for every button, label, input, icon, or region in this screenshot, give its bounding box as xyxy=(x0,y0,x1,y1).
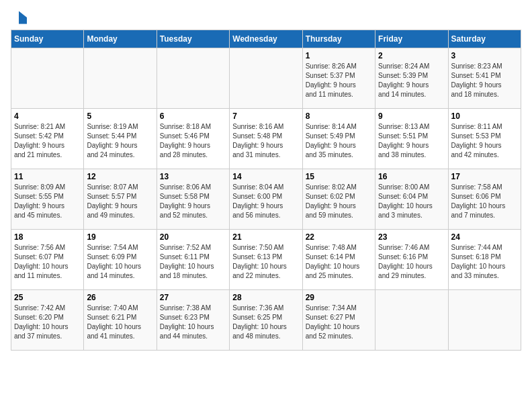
calendar-day-cell: 26Sunrise: 7:40 AM Sunset: 6:21 PM Dayli… xyxy=(84,290,157,351)
day-number: 8 xyxy=(306,111,372,121)
calendar-day-cell: 5Sunrise: 8:19 AM Sunset: 5:44 PM Daylig… xyxy=(84,109,157,169)
day-number: 22 xyxy=(306,232,372,242)
svg-marker-0 xyxy=(19,11,27,17)
day-number: 29 xyxy=(306,293,372,302)
day-detail: Sunrise: 7:48 AM Sunset: 6:14 PM Dayligh… xyxy=(306,243,372,281)
day-number: 21 xyxy=(232,232,299,242)
calendar-day-cell: 20Sunrise: 7:52 AM Sunset: 6:11 PM Dayli… xyxy=(157,230,229,290)
day-detail: Sunrise: 7:54 AM Sunset: 6:09 PM Dayligh… xyxy=(87,243,153,281)
day-number: 4 xyxy=(14,111,81,121)
day-number: 3 xyxy=(451,51,518,60)
calendar-week-row: 18Sunrise: 7:56 AM Sunset: 6:07 PM Dayli… xyxy=(11,230,521,290)
day-number: 5 xyxy=(87,111,153,121)
calendar-day-cell: 19Sunrise: 7:54 AM Sunset: 6:09 PM Dayli… xyxy=(84,230,157,290)
calendar-day-cell: 13Sunrise: 8:06 AM Sunset: 5:58 PM Dayli… xyxy=(157,169,229,230)
day-of-week-header: Saturday xyxy=(448,30,521,48)
day-number: 26 xyxy=(87,293,153,302)
day-detail: Sunrise: 8:24 AM Sunset: 5:39 PM Dayligh… xyxy=(378,62,445,99)
day-detail: Sunrise: 8:16 AM Sunset: 5:48 PM Dayligh… xyxy=(232,122,299,160)
day-detail: Sunrise: 8:13 AM Sunset: 5:51 PM Dayligh… xyxy=(378,122,445,160)
calendar-day-cell: 16Sunrise: 8:00 AM Sunset: 6:04 PM Dayli… xyxy=(375,169,448,230)
day-detail: Sunrise: 7:50 AM Sunset: 6:13 PM Dayligh… xyxy=(232,243,299,281)
calendar-day-cell: 6Sunrise: 8:18 AM Sunset: 5:46 PM Daylig… xyxy=(157,109,229,169)
day-detail: Sunrise: 7:44 AM Sunset: 6:18 PM Dayligh… xyxy=(451,243,518,281)
calendar-day-cell: 10Sunrise: 8:11 AM Sunset: 5:53 PM Dayli… xyxy=(448,109,521,169)
day-detail: Sunrise: 7:36 AM Sunset: 6:25 PM Dayligh… xyxy=(232,304,299,341)
day-of-week-header: Thursday xyxy=(302,30,375,48)
day-detail: Sunrise: 8:19 AM Sunset: 5:44 PM Dayligh… xyxy=(87,122,153,160)
day-detail: Sunrise: 8:18 AM Sunset: 5:46 PM Dayligh… xyxy=(160,122,226,160)
calendar-header-row: SundayMondayTuesdayWednesdayThursdayFrid… xyxy=(11,30,521,48)
day-number: 12 xyxy=(87,172,153,181)
calendar-day-cell: 18Sunrise: 7:56 AM Sunset: 6:07 PM Dayli… xyxy=(11,230,84,290)
calendar-day-cell: 22Sunrise: 7:48 AM Sunset: 6:14 PM Dayli… xyxy=(302,230,375,290)
day-number: 20 xyxy=(160,232,226,242)
day-of-week-header: Tuesday xyxy=(157,30,229,48)
day-of-week-header: Sunday xyxy=(11,30,84,48)
day-number: 28 xyxy=(232,293,299,302)
day-number: 17 xyxy=(451,172,518,181)
day-number: 11 xyxy=(14,172,81,181)
day-number: 10 xyxy=(451,111,518,121)
calendar-day-cell: 27Sunrise: 7:38 AM Sunset: 6:23 PM Dayli… xyxy=(157,290,229,351)
day-of-week-header: Monday xyxy=(84,30,157,48)
day-detail: Sunrise: 8:09 AM Sunset: 5:55 PM Dayligh… xyxy=(14,183,81,220)
day-number: 18 xyxy=(14,232,81,242)
calendar-day-cell: 28Sunrise: 7:36 AM Sunset: 6:25 PM Dayli… xyxy=(230,290,302,351)
calendar-day-cell: 2Sunrise: 8:24 AM Sunset: 5:39 PM Daylig… xyxy=(375,48,448,109)
day-detail: Sunrise: 7:40 AM Sunset: 6:21 PM Dayligh… xyxy=(87,304,153,341)
day-detail: Sunrise: 8:21 AM Sunset: 5:42 PM Dayligh… xyxy=(14,122,81,160)
day-number: 15 xyxy=(306,172,372,181)
day-number: 16 xyxy=(378,172,445,181)
logo-icon xyxy=(11,11,27,24)
day-detail: Sunrise: 7:34 AM Sunset: 6:27 PM Dayligh… xyxy=(306,304,372,341)
day-detail: Sunrise: 7:52 AM Sunset: 6:11 PM Dayligh… xyxy=(160,243,226,281)
calendar-day-cell: 1Sunrise: 8:26 AM Sunset: 5:37 PM Daylig… xyxy=(302,48,375,109)
calendar-day-cell: 7Sunrise: 8:16 AM Sunset: 5:48 PM Daylig… xyxy=(230,109,302,169)
calendar-day-cell: 24Sunrise: 7:44 AM Sunset: 6:18 PM Dayli… xyxy=(448,230,521,290)
day-number: 19 xyxy=(87,232,153,242)
calendar-week-row: 11Sunrise: 8:09 AM Sunset: 5:55 PM Dayli… xyxy=(11,169,521,230)
page-header xyxy=(11,11,521,24)
calendar-day-cell xyxy=(157,48,229,109)
calendar-day-cell xyxy=(448,290,521,351)
calendar-day-cell: 9Sunrise: 8:13 AM Sunset: 5:51 PM Daylig… xyxy=(375,109,448,169)
day-detail: Sunrise: 7:56 AM Sunset: 6:07 PM Dayligh… xyxy=(14,243,81,281)
calendar-day-cell xyxy=(375,290,448,351)
calendar-day-cell: 15Sunrise: 8:02 AM Sunset: 6:02 PM Dayli… xyxy=(302,169,375,230)
calendar-day-cell: 21Sunrise: 7:50 AM Sunset: 6:13 PM Dayli… xyxy=(230,230,302,290)
day-number: 14 xyxy=(232,172,299,181)
day-number: 27 xyxy=(160,293,226,302)
day-number: 2 xyxy=(378,51,445,60)
calendar-week-row: 25Sunrise: 7:42 AM Sunset: 6:20 PM Dayli… xyxy=(11,290,521,351)
calendar-week-row: 4Sunrise: 8:21 AM Sunset: 5:42 PM Daylig… xyxy=(11,109,521,169)
calendar-day-cell xyxy=(11,48,84,109)
svg-marker-1 xyxy=(19,17,27,24)
day-number: 23 xyxy=(378,232,445,242)
calendar-day-cell xyxy=(230,48,302,109)
day-detail: Sunrise: 7:46 AM Sunset: 6:16 PM Dayligh… xyxy=(378,243,445,281)
calendar-day-cell: 12Sunrise: 8:07 AM Sunset: 5:57 PM Dayli… xyxy=(84,169,157,230)
calendar-day-cell: 3Sunrise: 8:23 AM Sunset: 5:41 PM Daylig… xyxy=(448,48,521,109)
day-detail: Sunrise: 8:02 AM Sunset: 6:02 PM Dayligh… xyxy=(306,183,372,220)
day-number: 13 xyxy=(160,172,226,181)
day-detail: Sunrise: 8:06 AM Sunset: 5:58 PM Dayligh… xyxy=(160,183,226,220)
calendar-day-cell: 17Sunrise: 7:58 AM Sunset: 6:06 PM Dayli… xyxy=(448,169,521,230)
day-detail: Sunrise: 8:14 AM Sunset: 5:49 PM Dayligh… xyxy=(306,122,372,160)
calendar-day-cell: 23Sunrise: 7:46 AM Sunset: 6:16 PM Dayli… xyxy=(375,230,448,290)
calendar-day-cell xyxy=(84,48,157,109)
day-detail: Sunrise: 7:42 AM Sunset: 6:20 PM Dayligh… xyxy=(14,304,81,341)
calendar-day-cell: 14Sunrise: 8:04 AM Sunset: 6:00 PM Dayli… xyxy=(230,169,302,230)
logo xyxy=(11,11,30,24)
day-detail: Sunrise: 8:11 AM Sunset: 5:53 PM Dayligh… xyxy=(451,122,518,160)
calendar-week-row: 1Sunrise: 8:26 AM Sunset: 5:37 PM Daylig… xyxy=(11,48,521,109)
day-detail: Sunrise: 7:38 AM Sunset: 6:23 PM Dayligh… xyxy=(160,304,226,341)
day-number: 6 xyxy=(160,111,226,121)
day-detail: Sunrise: 8:26 AM Sunset: 5:37 PM Dayligh… xyxy=(306,62,372,99)
day-number: 25 xyxy=(14,293,81,302)
day-detail: Sunrise: 7:58 AM Sunset: 6:06 PM Dayligh… xyxy=(451,183,518,220)
day-number: 1 xyxy=(306,51,372,60)
day-detail: Sunrise: 8:23 AM Sunset: 5:41 PM Dayligh… xyxy=(451,62,518,99)
calendar-day-cell: 4Sunrise: 8:21 AM Sunset: 5:42 PM Daylig… xyxy=(11,109,84,169)
day-of-week-header: Wednesday xyxy=(230,30,302,48)
